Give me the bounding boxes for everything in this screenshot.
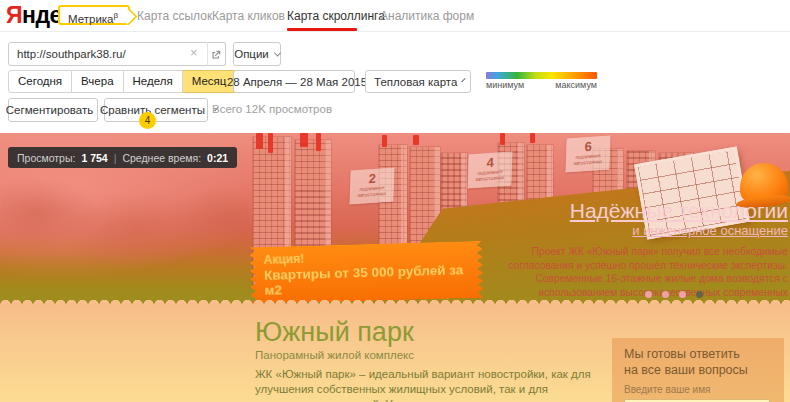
tab-link-map[interactable]: Карта ссылок xyxy=(137,9,212,23)
heatmap-red-mark xyxy=(500,133,505,145)
options-button[interactable]: Опции xyxy=(233,42,281,66)
hero-title-link[interactable]: Надёжные технологии xyxy=(570,199,788,223)
trees-decoration xyxy=(0,159,250,279)
form-title-line2: на все ваши вопросы xyxy=(624,363,784,379)
section-subtitle: Панорамный жилой комплекс xyxy=(255,349,414,361)
building-plate-2: 2 подземная автостоянка xyxy=(349,167,394,204)
hero-subtitle-link[interactable]: и инженерное оснащение xyxy=(632,223,788,238)
period-today[interactable]: Сегодня xyxy=(8,70,72,93)
beta-label: β xyxy=(114,11,119,20)
heatmap-red-mark xyxy=(300,133,308,147)
yandex-metrica-app: Яндекс Метрикаβ Карта ссылок Карта клико… xyxy=(0,0,790,402)
compare-count-badge: 4 xyxy=(139,112,156,129)
open-page-button[interactable] xyxy=(207,42,226,66)
active-tab-underline xyxy=(287,28,357,31)
url-input[interactable] xyxy=(8,42,208,66)
promo-banner: Акция! Квартиры от 35 000 рублей за м2 Н… xyxy=(249,241,484,304)
segment-button[interactable]: Сегментировать xyxy=(8,98,98,122)
period-yesterday[interactable]: Вчера xyxy=(72,70,123,93)
form-name-label: Введите ваше имя xyxy=(624,384,784,395)
form-title-line1: Мы готовы ответить xyxy=(624,347,784,363)
open-page-icon xyxy=(211,49,222,60)
carousel-dot[interactable] xyxy=(679,291,686,298)
heatmap-red-mark xyxy=(413,135,419,145)
header: Яндекс Метрикаβ Карта ссылок Карта клико… xyxy=(0,0,790,32)
options-label: Опции xyxy=(234,48,269,60)
clear-icon[interactable]: × xyxy=(190,45,198,61)
site-lower-section: Южный парк Панорамный жилой комплекс ЖК … xyxy=(0,305,790,402)
avg-time-value: 0:21 xyxy=(207,152,228,164)
date-range-label: 28 Апреля — 28 Мая 2015 xyxy=(227,76,367,88)
tooltip-separator: | xyxy=(114,152,117,164)
heatmap-red-mark xyxy=(316,133,321,151)
carousel-dot-active[interactable] xyxy=(696,291,703,298)
legend-max-label: максимум xyxy=(555,80,597,90)
avg-time-label: Среднее время: xyxy=(122,152,201,164)
heatmap-red-mark xyxy=(256,133,263,149)
segment-label: Сегментировать xyxy=(6,104,93,116)
promo-line2: Квартиры от 35 000 рублей за м2 xyxy=(264,262,478,298)
section-title: Южный парк xyxy=(255,317,414,348)
legend-min-label: минимум xyxy=(486,80,524,90)
contact-form-card: Мы готовы ответить на все ваши вопросы В… xyxy=(612,338,784,402)
heatmap-legend-gradient xyxy=(486,72,597,79)
plate-label: подземная автостоянка xyxy=(350,184,394,198)
heatmap-legend: минимум максимум xyxy=(486,72,597,90)
date-range-button[interactable]: 28 Апреля — 28 Мая 2015 xyxy=(233,70,355,93)
compare-segments-button[interactable]: Сравнить сегменты xyxy=(104,98,208,122)
views-value: 1 754 xyxy=(81,152,107,164)
carousel-dot[interactable] xyxy=(645,291,652,298)
tab-click-map[interactable]: Карта кликов xyxy=(212,9,285,23)
total-views-label: Всего 12K просмотров xyxy=(212,103,332,115)
tab-form-analytics[interactable]: Аналитика форм xyxy=(380,9,474,23)
yandex-logo-ya: Я xyxy=(6,2,22,28)
carousel-dots xyxy=(645,291,703,298)
plate-label: подземная автостоянка xyxy=(566,152,610,166)
carousel-dot[interactable] xyxy=(662,291,669,298)
period-week[interactable]: Неделя xyxy=(124,70,183,93)
chevron-down-icon xyxy=(274,49,281,56)
heatmap-red-mark xyxy=(382,135,387,147)
map-type-label: Тепловая карта xyxy=(374,76,457,88)
section-paragraph: ЖК «Южный парк» – идеальный вариант ново… xyxy=(255,367,603,402)
metrika-label: Метрика xyxy=(68,13,114,25)
metrics-tooltip: Просмотры: 1 754 | Среднее время: 0:21 xyxy=(8,147,237,168)
building-plate-4: 4 подземная автостоянка xyxy=(467,151,512,188)
chevron-down-icon xyxy=(462,78,466,82)
heatmap-red-mark xyxy=(268,133,273,153)
map-type-select[interactable]: Тепловая карта xyxy=(365,70,471,93)
views-label: Просмотры: xyxy=(17,152,75,164)
building-plate-6: 6 подземная автостоянка xyxy=(565,135,610,172)
heatmap-red-mark xyxy=(530,133,535,143)
scroll-map-viewport[interactable]: 2 подземная автостоянка 4 подземная авто… xyxy=(0,133,790,402)
metrika-badge[interactable]: Метрикаβ xyxy=(58,5,130,25)
tab-scroll-map[interactable]: Карта скроллинга xyxy=(287,9,385,23)
plate-label: подземная автостоянка xyxy=(468,168,512,182)
